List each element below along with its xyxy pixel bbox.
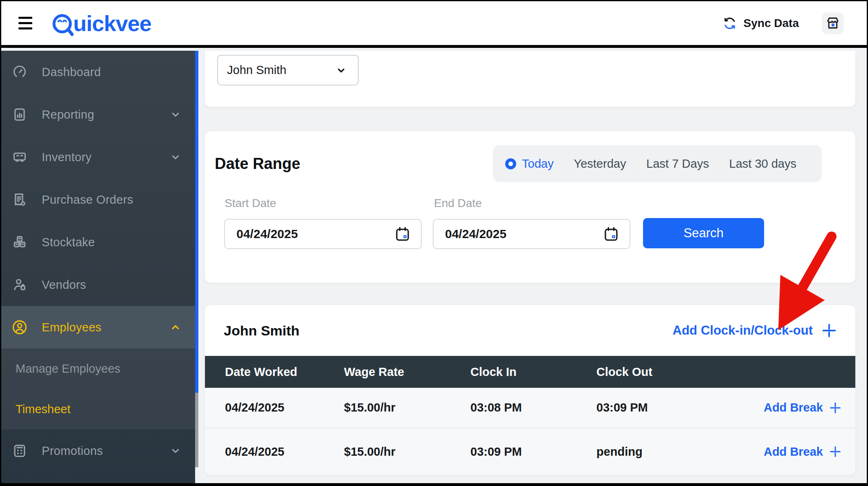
header-right-group: Sync Data bbox=[722, 12, 867, 34]
reporting-icon bbox=[11, 106, 28, 123]
sidebar-item-label: Reporting bbox=[42, 108, 94, 122]
start-date-field bbox=[224, 219, 422, 249]
sidebar-nav: Dashboard Reporting Inve bbox=[1, 51, 195, 483]
table-row: 04/24/2025 $15.00/hr 03:08 PM 03:09 PM A… bbox=[205, 388, 855, 428]
sidebar-item-timesheet[interactable]: Timesheet bbox=[1, 389, 195, 430]
column-header: Clock Out bbox=[596, 365, 723, 379]
promotions-icon bbox=[11, 443, 28, 459]
employee-select[interactable]: John Smith bbox=[217, 55, 359, 86]
sidebar-item-label: Stocktake bbox=[42, 236, 95, 249]
sidebar-item-reporting[interactable]: Reporting bbox=[1, 93, 195, 136]
plus-icon bbox=[829, 445, 842, 458]
store-icon bbox=[825, 16, 840, 31]
employees-submenu: Manage Employees Timesheet bbox=[1, 349, 195, 430]
column-header: Clock In bbox=[470, 365, 596, 379]
add-break-link[interactable]: Add Break bbox=[764, 445, 842, 459]
sidebar-item-label: Inventory bbox=[42, 151, 92, 164]
quickvee-logo-icon: uickvee bbox=[51, 10, 161, 37]
sidebar-item-dashboard[interactable]: Dashboard bbox=[1, 51, 195, 93]
sub-item-label: Timesheet bbox=[16, 403, 70, 416]
sidebar-item-label: Purchase Orders bbox=[42, 193, 133, 207]
search-button[interactable]: Search bbox=[643, 218, 764, 248]
timesheet-card-header: John Smith Add Clock-in/Clock-out bbox=[205, 305, 855, 356]
scrollbar-thumb[interactable] bbox=[195, 51, 198, 393]
start-date-label: Start Date bbox=[225, 197, 276, 210]
chevron-down-icon bbox=[169, 151, 182, 164]
hamburger-menu-icon[interactable] bbox=[18, 17, 32, 29]
end-date-label: End Date bbox=[434, 197, 482, 210]
calendar-icon[interactable] bbox=[603, 225, 620, 243]
add-clockin-clockout-link[interactable]: Add Clock-in/Clock-out bbox=[672, 322, 837, 339]
sync-icon bbox=[722, 16, 737, 31]
preset-label: Last 7 Days bbox=[646, 157, 709, 171]
preset-label: Last 30 days bbox=[729, 157, 796, 171]
vendors-icon bbox=[11, 277, 28, 293]
app-window: uickvee Sync Data bbox=[0, 0, 868, 486]
radio-selected-icon bbox=[505, 158, 516, 169]
store-account-button[interactable] bbox=[822, 12, 844, 34]
chevron-down-icon bbox=[169, 444, 182, 457]
content-scrollbar bbox=[195, 51, 198, 483]
add-break-label: Add Break bbox=[764, 401, 823, 414]
cell-clock-in: 03:09 PM bbox=[470, 445, 596, 459]
add-break-link[interactable]: Add Break bbox=[764, 401, 842, 414]
sidebar-item-employees[interactable]: Employees bbox=[1, 306, 195, 349]
cell-clock-out: 03:09 PM bbox=[596, 401, 723, 414]
stocktake-icon bbox=[11, 234, 28, 250]
timesheet-card: John Smith Add Clock-in/Clock-out Date W… bbox=[205, 305, 855, 475]
chevron-up-icon bbox=[169, 321, 182, 334]
table-row: 04/24/2025 $15.00/hr 03:09 PM pending Ad… bbox=[205, 428, 855, 475]
column-header: Wage Rate bbox=[344, 365, 470, 379]
cell-date-worked: 04/24/2025 bbox=[225, 401, 344, 414]
date-range-card: Date Range Today Yesterday Last 7 Days L… bbox=[205, 131, 855, 283]
purchase-orders-icon bbox=[11, 191, 28, 208]
date-preset-tabs: Today Yesterday Last 7 Days Last 30 days bbox=[493, 145, 822, 182]
end-date-field bbox=[433, 219, 630, 249]
add-break-label: Add Break bbox=[764, 445, 823, 459]
end-date-input[interactable] bbox=[445, 227, 603, 241]
cell-wage-rate: $15.00/hr bbox=[344, 401, 470, 414]
preset-last-7-days[interactable]: Last 7 Days bbox=[646, 157, 709, 171]
sync-data-label: Sync Data bbox=[744, 17, 799, 30]
dashboard-icon bbox=[11, 64, 28, 80]
cell-clock-in: 03:08 PM bbox=[470, 401, 596, 414]
sidebar-item-purchase-orders[interactable]: Purchase Orders bbox=[1, 178, 195, 221]
plus-icon bbox=[829, 401, 842, 414]
employee-select-value: John Smith bbox=[227, 63, 286, 77]
table-header-row: Date Worked Wage Rate Clock In Clock Out bbox=[205, 356, 855, 388]
sidebar-item-manage-employees[interactable]: Manage Employees bbox=[1, 349, 195, 389]
sidebar-item-label: Promotions bbox=[42, 444, 103, 458]
add-clockin-clockout-label: Add Clock-in/Clock-out bbox=[672, 323, 813, 338]
timesheet-employee-name: John Smith bbox=[224, 323, 299, 339]
sidebar-item-vendors[interactable]: Vendors bbox=[1, 263, 195, 306]
sidebar-item-promotions[interactable]: Promotions bbox=[1, 430, 195, 472]
preset-label: Today bbox=[522, 157, 553, 171]
cell-date-worked: 04/24/2025 bbox=[225, 445, 344, 459]
chevron-down-icon bbox=[335, 64, 347, 76]
start-date-input[interactable] bbox=[236, 227, 394, 241]
preset-yesterday[interactable]: Yesterday bbox=[574, 157, 626, 171]
sync-data-button[interactable]: Sync Data bbox=[722, 16, 799, 31]
sub-item-label: Manage Employees bbox=[16, 362, 120, 376]
scrollbar-track[interactable] bbox=[195, 393, 198, 467]
preset-today[interactable]: Today bbox=[505, 157, 553, 171]
sidebar-item-stocktake[interactable]: Stocktake bbox=[1, 221, 195, 263]
date-range-title: Date Range bbox=[215, 145, 300, 182]
sidebar-item-label: Vendors bbox=[42, 278, 86, 292]
plus-icon bbox=[821, 322, 837, 339]
preset-label: Yesterday bbox=[574, 157, 626, 171]
cell-wage-rate: $15.00/hr bbox=[344, 445, 470, 459]
preset-last-30-days[interactable]: Last 30 days bbox=[729, 157, 796, 171]
chevron-down-icon bbox=[169, 108, 182, 121]
svg-text:uickvee: uickvee bbox=[73, 11, 151, 36]
employees-icon bbox=[11, 319, 28, 335]
column-header: Date Worked bbox=[225, 365, 344, 379]
sidebar-item-inventory[interactable]: Inventory bbox=[1, 136, 195, 178]
employee-filter-card: John Smith bbox=[205, 51, 855, 107]
sidebar-item-label: Dashboard bbox=[42, 65, 101, 79]
top-header: uickvee Sync Data bbox=[1, 1, 867, 48]
inventory-icon bbox=[11, 149, 28, 165]
sidebar-item-label: Employees bbox=[42, 321, 101, 334]
calendar-icon[interactable] bbox=[394, 225, 411, 243]
quickvee-logo[interactable]: uickvee bbox=[51, 10, 161, 37]
